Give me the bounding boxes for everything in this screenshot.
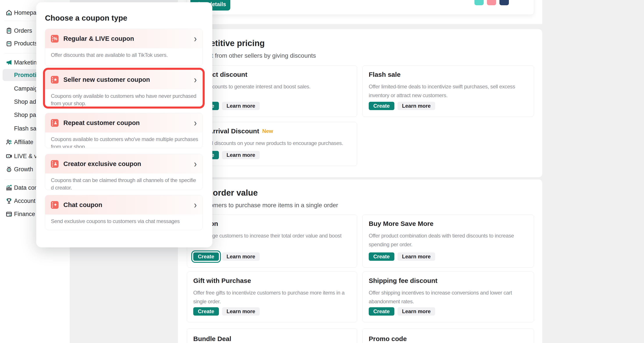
finance-icon — [5, 210, 13, 218]
option-seller-new-customer-coupon[interactable]: ★ Seller new customer coupon › Coupons o… — [45, 70, 203, 106]
card-title: Promo code — [369, 335, 528, 342]
coupon-star-icon: ★ — [51, 76, 58, 84]
promotions-page: View details Competitive pricing Stand o… — [0, 0, 644, 343]
products-icon — [5, 40, 13, 47]
banner-chip-pink — [487, 0, 496, 5]
card-promo-code: Promo code — [362, 328, 534, 343]
option-title: Regular & LIVE coupon — [64, 35, 189, 42]
option-regular-live-coupon[interactable]: % Regular & LIVE coupon › Offer discount… — [45, 29, 203, 66]
modal-title: Choose a coupon type — [45, 14, 127, 22]
coupon-chat-icon: ✦ — [51, 201, 58, 209]
option-description: Coupons that can be claimed through all … — [45, 174, 202, 190]
option-title: Seller new customer coupon — [64, 76, 189, 83]
card-new-arrival-discount: New Arrival Discount New Targeted discou… — [187, 122, 357, 166]
chevron-right-icon: › — [194, 200, 197, 210]
coupon-percent-icon: % — [51, 35, 58, 42]
learn-more-button[interactable]: Learn more — [398, 102, 436, 110]
option-description: Send exclusive coupons to customers via … — [45, 214, 202, 225]
sidebar-item-label: Affiliate — [14, 139, 33, 146]
card-title: Buy More Save More — [369, 220, 528, 228]
learn-more-button[interactable]: Learn more — [222, 252, 260, 261]
card-title: Gift with Purchase — [193, 277, 351, 284]
coupon-repeat-customer-icon — [51, 119, 58, 127]
banner-chip-mint — [474, 0, 484, 5]
card-title: Bundle Deal — [193, 335, 351, 342]
coupon-creator-icon — [51, 160, 58, 168]
card-title: Product discount — [193, 71, 351, 78]
chevron-right-icon: › — [194, 34, 197, 44]
card-description: Targeted discounts on your new products … — [193, 139, 351, 148]
card-gift-with-purchase: Gift with Purchase Offer free gifts to i… — [187, 272, 357, 322]
option-title: Repeat customer coupon — [64, 119, 189, 126]
orders-icon — [5, 27, 13, 34]
learn-more-button[interactable]: Learn more — [222, 151, 260, 159]
live-video-icon — [5, 152, 13, 160]
sidebar-item-label: Shop ads — [14, 98, 39, 105]
card-product-discount: Product discount Offer discounts to gene… — [187, 65, 357, 117]
option-description: Coupons only available to customers who … — [45, 89, 202, 106]
card-description: Offer discounts to generate interest and… — [193, 82, 351, 91]
option-title: Creator exclusive coupon — [64, 160, 189, 168]
option-creator-exclusive-coupon[interactable]: Creator exclusive coupon › Coupons that … — [45, 154, 203, 190]
home-icon — [5, 9, 13, 16]
card-title: Coupon — [193, 220, 351, 228]
new-badge: New — [262, 128, 273, 134]
option-description: Offer discounts that are available to al… — [45, 48, 202, 59]
card-coupon: Coupon Encourage customers to increase t… — [187, 214, 357, 268]
sidebar-item-label: Finance — [14, 211, 35, 218]
card-description: Offer shipping incentives to increase co… — [369, 288, 528, 306]
card-bundle-deal: Bundle Deal — [187, 328, 357, 343]
card-shipping-fee-discount: Shipping fee discount Offer shipping inc… — [362, 272, 534, 322]
option-title: Chat coupon — [64, 201, 189, 208]
card-description: Offer product combination deals with tie… — [369, 231, 528, 249]
coupon-type-modal: Choose a coupon type % Regular & LIVE co… — [36, 2, 212, 248]
learn-more-button[interactable]: Learn more — [222, 307, 260, 316]
chevron-right-icon: › — [194, 118, 197, 128]
learn-more-button[interactable]: Learn more — [398, 252, 436, 261]
create-button[interactable]: Create — [369, 307, 394, 316]
option-chat-coupon[interactable]: ✦ Chat coupon › Send exclusive coupons t… — [45, 195, 203, 230]
card-description: Offer free gifts to incentivize customer… — [193, 288, 351, 306]
card-title: Shipping fee discount — [369, 277, 528, 284]
card-buy-more-save-more: Buy More Save More Offer product combina… — [362, 214, 534, 268]
sidebar-item-label: Growth — [14, 166, 33, 173]
affiliate-icon — [5, 138, 13, 146]
create-button[interactable]: Create — [369, 102, 394, 110]
sidebar-item-label: Products — [14, 40, 38, 47]
growth-icon — [5, 166, 13, 173]
learn-more-button[interactable]: Learn more — [398, 307, 436, 316]
card-title: Flash sale — [369, 71, 528, 78]
create-button[interactable]: Create — [369, 252, 394, 261]
card-title: New Arrival Discount New — [193, 128, 351, 135]
card-description: Offer limited-time deals to incentivize … — [369, 82, 528, 100]
banner-chip-navy — [500, 0, 509, 5]
card-flash-sale: Flash sale Offer limited-time deals to i… — [362, 65, 534, 117]
learn-more-button[interactable]: Learn more — [222, 102, 260, 110]
option-repeat-customer-coupon[interactable]: Repeat customer coupon › Coupons availab… — [45, 113, 203, 148]
chevron-right-icon: › — [194, 75, 197, 84]
sidebar-item-label: Orders — [14, 28, 32, 34]
megaphone-icon — [5, 59, 13, 66]
option-description: Coupons available to customers who've ma… — [45, 132, 202, 148]
card-description: Encourage customers to increase their to… — [193, 231, 351, 249]
create-button[interactable]: Create — [193, 307, 219, 316]
data-compass-icon — [5, 184, 13, 192]
account-health-icon — [5, 197, 13, 204]
create-coupon-button[interactable]: Create — [193, 252, 219, 261]
chevron-right-icon: › — [194, 159, 197, 169]
